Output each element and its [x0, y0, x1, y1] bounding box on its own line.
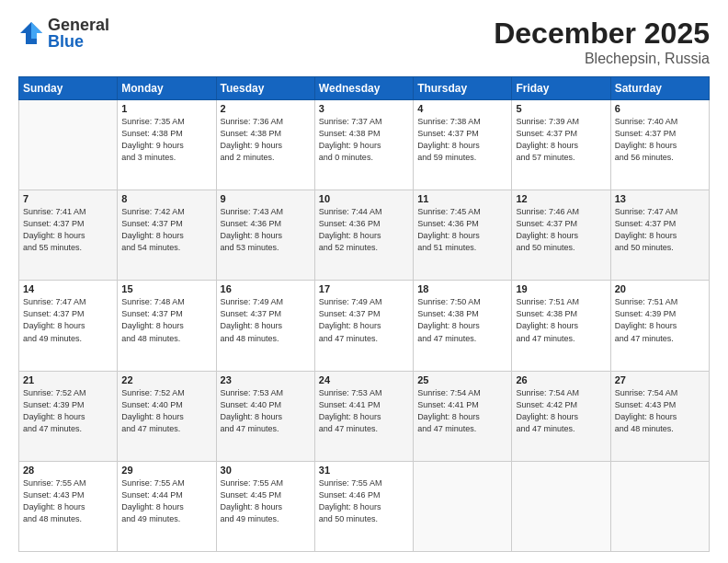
day-info: Sunrise: 7:52 AM Sunset: 4:40 PM Dayligh…	[121, 387, 211, 435]
calendar-cell: 10Sunrise: 7:44 AM Sunset: 4:36 PM Dayli…	[314, 190, 413, 281]
day-number: 16	[221, 283, 311, 294]
calendar-header-row: SundayMondayTuesdayWednesdayThursdayFrid…	[19, 77, 710, 100]
calendar-cell: 23Sunrise: 7:53 AM Sunset: 4:40 PM Dayli…	[216, 371, 314, 461]
day-number: 1	[121, 103, 211, 114]
calendar-week-4: 21Sunrise: 7:52 AM Sunset: 4:39 PM Dayli…	[19, 371, 710, 461]
column-header-monday: Monday	[118, 77, 216, 100]
column-header-wednesday: Wednesday	[314, 77, 413, 100]
day-info: Sunrise: 7:45 AM Sunset: 4:36 PM Dayligh…	[417, 206, 507, 254]
calendar-cell: 17Sunrise: 7:49 AM Sunset: 4:37 PM Dayli…	[314, 281, 413, 371]
day-info: Sunrise: 7:47 AM Sunset: 4:37 PM Dayligh…	[23, 296, 113, 344]
day-number: 11	[417, 193, 507, 204]
logo-blue: Blue	[48, 33, 109, 50]
calendar-cell: 16Sunrise: 7:49 AM Sunset: 4:37 PM Dayli…	[216, 281, 314, 371]
day-info: Sunrise: 7:54 AM Sunset: 4:43 PM Dayligh…	[615, 387, 705, 435]
day-info: Sunrise: 7:54 AM Sunset: 4:41 PM Dayligh…	[417, 387, 507, 435]
calendar-cell: 24Sunrise: 7:53 AM Sunset: 4:41 PM Dayli…	[314, 371, 413, 461]
calendar-cell: 27Sunrise: 7:54 AM Sunset: 4:43 PM Dayli…	[610, 371, 709, 461]
calendar-cell: 7Sunrise: 7:41 AM Sunset: 4:37 PM Daylig…	[19, 190, 118, 281]
calendar-cell: 15Sunrise: 7:48 AM Sunset: 4:37 PM Dayli…	[118, 281, 216, 371]
day-info: Sunrise: 7:39 AM Sunset: 4:37 PM Dayligh…	[516, 116, 606, 164]
calendar-cell: 3Sunrise: 7:37 AM Sunset: 4:38 PM Daylig…	[314, 100, 413, 190]
calendar-cell: 20Sunrise: 7:51 AM Sunset: 4:39 PM Dayli…	[610, 281, 709, 371]
day-info: Sunrise: 7:51 AM Sunset: 4:38 PM Dayligh…	[516, 296, 606, 344]
day-info: Sunrise: 7:53 AM Sunset: 4:41 PM Dayligh…	[319, 387, 409, 435]
day-number: 19	[516, 283, 606, 294]
calendar-cell: 6Sunrise: 7:40 AM Sunset: 4:37 PM Daylig…	[610, 100, 709, 190]
calendar-week-3: 14Sunrise: 7:47 AM Sunset: 4:37 PM Dayli…	[19, 281, 710, 371]
day-number: 22	[121, 374, 211, 385]
title-month: December 2025	[494, 17, 710, 51]
day-number: 18	[417, 283, 507, 294]
day-number: 24	[319, 374, 409, 385]
day-info: Sunrise: 7:54 AM Sunset: 4:42 PM Dayligh…	[516, 387, 606, 435]
calendar-cell: 28Sunrise: 7:55 AM Sunset: 4:43 PM Dayli…	[19, 461, 118, 551]
day-number: 6	[615, 103, 705, 114]
day-number: 7	[23, 193, 113, 204]
day-info: Sunrise: 7:52 AM Sunset: 4:39 PM Dayligh…	[23, 387, 113, 435]
day-number: 23	[221, 374, 311, 385]
calendar-week-1: 1Sunrise: 7:35 AM Sunset: 4:38 PM Daylig…	[19, 100, 710, 190]
calendar-cell: 29Sunrise: 7:55 AM Sunset: 4:44 PM Dayli…	[118, 461, 216, 551]
calendar-cell: 19Sunrise: 7:51 AM Sunset: 4:38 PM Dayli…	[512, 281, 610, 371]
day-info: Sunrise: 7:46 AM Sunset: 4:37 PM Dayligh…	[516, 206, 606, 254]
day-info: Sunrise: 7:38 AM Sunset: 4:37 PM Dayligh…	[417, 116, 507, 164]
day-number: 29	[121, 465, 211, 476]
calendar-week-2: 7Sunrise: 7:41 AM Sunset: 4:37 PM Daylig…	[19, 190, 710, 281]
logo: General Blue	[18, 17, 109, 50]
calendar-cell: 2Sunrise: 7:36 AM Sunset: 4:38 PM Daylig…	[216, 100, 314, 190]
day-number: 17	[319, 283, 409, 294]
day-number: 9	[221, 193, 311, 204]
day-info: Sunrise: 7:47 AM Sunset: 4:37 PM Dayligh…	[615, 206, 705, 254]
day-info: Sunrise: 7:55 AM Sunset: 4:43 PM Dayligh…	[23, 477, 113, 525]
column-header-thursday: Thursday	[414, 77, 512, 100]
calendar-cell: 30Sunrise: 7:55 AM Sunset: 4:45 PM Dayli…	[216, 461, 314, 551]
title-block: December 2025 Blechepsin, Russia	[494, 17, 710, 67]
logo-text: General Blue	[48, 17, 109, 50]
day-number: 28	[23, 465, 113, 476]
day-info: Sunrise: 7:44 AM Sunset: 4:36 PM Dayligh…	[319, 206, 409, 254]
title-location: Blechepsin, Russia	[494, 51, 710, 67]
day-number: 15	[121, 283, 211, 294]
calendar-cell: 21Sunrise: 7:52 AM Sunset: 4:39 PM Dayli…	[19, 371, 118, 461]
day-info: Sunrise: 7:43 AM Sunset: 4:36 PM Dayligh…	[221, 206, 311, 254]
calendar-cell	[414, 461, 512, 551]
header: General Blue December 2025 Blechepsin, R…	[18, 17, 710, 67]
day-info: Sunrise: 7:49 AM Sunset: 4:37 PM Dayligh…	[221, 296, 311, 344]
day-info: Sunrise: 7:41 AM Sunset: 4:37 PM Dayligh…	[23, 206, 113, 254]
day-info: Sunrise: 7:53 AM Sunset: 4:40 PM Dayligh…	[221, 387, 311, 435]
calendar-cell: 13Sunrise: 7:47 AM Sunset: 4:37 PM Dayli…	[610, 190, 709, 281]
day-info: Sunrise: 7:48 AM Sunset: 4:37 PM Dayligh…	[121, 296, 211, 344]
day-info: Sunrise: 7:40 AM Sunset: 4:37 PM Dayligh…	[615, 116, 705, 164]
calendar-cell: 8Sunrise: 7:42 AM Sunset: 4:37 PM Daylig…	[118, 190, 216, 281]
logo-general: General	[48, 17, 109, 33]
calendar-cell: 11Sunrise: 7:45 AM Sunset: 4:36 PM Dayli…	[414, 190, 512, 281]
calendar-cell: 18Sunrise: 7:50 AM Sunset: 4:38 PM Dayli…	[414, 281, 512, 371]
column-header-tuesday: Tuesday	[216, 77, 314, 100]
day-number: 27	[615, 374, 705, 385]
day-number: 8	[121, 193, 211, 204]
day-info: Sunrise: 7:51 AM Sunset: 4:39 PM Dayligh…	[615, 296, 705, 344]
day-number: 2	[221, 103, 311, 114]
day-info: Sunrise: 7:42 AM Sunset: 4:37 PM Dayligh…	[121, 206, 211, 254]
calendar-cell	[610, 461, 709, 551]
calendar-cell: 26Sunrise: 7:54 AM Sunset: 4:42 PM Dayli…	[512, 371, 610, 461]
column-header-sunday: Sunday	[19, 77, 118, 100]
day-number: 25	[417, 374, 507, 385]
day-number: 4	[417, 103, 507, 114]
calendar-cell: 14Sunrise: 7:47 AM Sunset: 4:37 PM Dayli…	[19, 281, 118, 371]
calendar-week-5: 28Sunrise: 7:55 AM Sunset: 4:43 PM Dayli…	[19, 461, 710, 551]
day-number: 21	[23, 374, 113, 385]
calendar-cell: 25Sunrise: 7:54 AM Sunset: 4:41 PM Dayli…	[414, 371, 512, 461]
calendar-cell: 5Sunrise: 7:39 AM Sunset: 4:37 PM Daylig…	[512, 100, 610, 190]
calendar-cell	[512, 461, 610, 551]
day-info: Sunrise: 7:55 AM Sunset: 4:46 PM Dayligh…	[319, 477, 409, 525]
day-number: 31	[319, 465, 409, 476]
day-number: 14	[23, 283, 113, 294]
day-number: 5	[516, 103, 606, 114]
day-number: 3	[319, 103, 409, 114]
logo-icon	[18, 20, 44, 46]
svg-marker-1	[31, 22, 42, 39]
page: General Blue December 2025 Blechepsin, R…	[0, 0, 728, 563]
calendar-cell: 1Sunrise: 7:35 AM Sunset: 4:38 PM Daylig…	[118, 100, 216, 190]
